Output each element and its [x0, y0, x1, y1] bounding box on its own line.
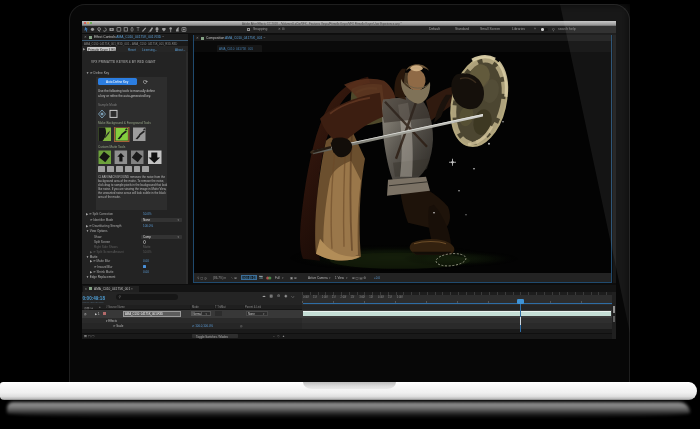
svg-text:T: T: [136, 27, 139, 33]
